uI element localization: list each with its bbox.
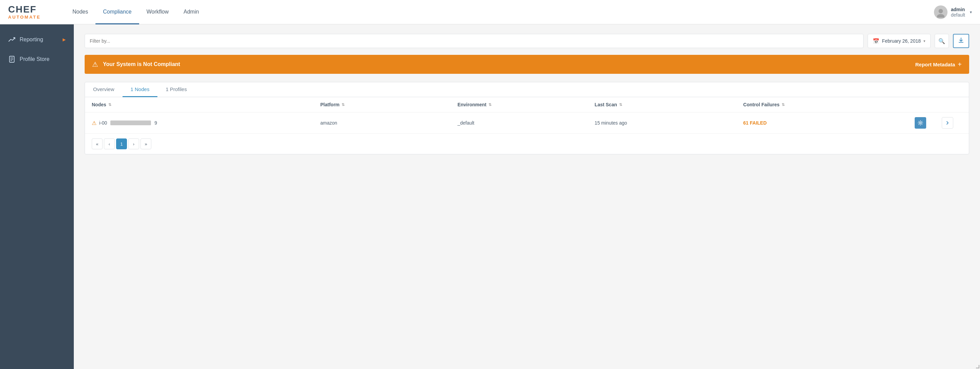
search-button[interactable]: 🔍 — [935, 34, 949, 48]
user-menu[interactable]: admin default ▾ — [934, 5, 972, 19]
arrow-right-icon: ▶ — [63, 37, 66, 42]
app-body: Reporting ▶ Profile Store 📅 F — [0, 24, 980, 369]
pagination: « ‹ 1 › » — [85, 134, 969, 154]
cell-arrow — [942, 117, 962, 129]
sidebar-label-profilestore: Profile Store — [20, 56, 49, 62]
sidebar: Reporting ▶ Profile Store — [0, 24, 74, 369]
username: admin — [951, 7, 965, 12]
col-actions2 — [942, 102, 962, 107]
download-button[interactable] — [953, 34, 969, 48]
cell-node-name: ⚠ i-00 9 — [92, 120, 320, 126]
tab-1-nodes[interactable]: 1 Nodes — [123, 82, 158, 97]
tab-overview[interactable]: Overview — [85, 82, 123, 97]
node-name-redacted — [110, 121, 151, 125]
filter-input-wrap[interactable] — [84, 34, 864, 48]
nav-link-nodes[interactable]: Nodes — [65, 0, 95, 24]
pagination-last[interactable]: » — [140, 138, 151, 149]
filter-bar: 📅 February 26, 2018 ▾ 🔍 — [84, 34, 969, 48]
date-label: February 26, 2018 — [882, 38, 921, 44]
node-name-suffix: 9 — [154, 120, 157, 126]
main-content: 📅 February 26, 2018 ▾ 🔍 ⚠ Your System is… — [74, 24, 980, 369]
nav-link-workflow[interactable]: Workflow — [139, 0, 177, 24]
tenant: default — [951, 12, 965, 17]
cell-platform: amazon — [320, 120, 457, 126]
sidebar-item-profilestore[interactable]: Profile Store — [0, 49, 74, 69]
sidebar-label-reporting: Reporting — [20, 37, 43, 43]
svg-point-1 — [937, 14, 945, 17]
table-container: Overview1 Nodes1 Profiles Nodes ⇅ Platfo… — [84, 82, 969, 154]
col-platform: Platform ⇅ — [320, 102, 457, 107]
sidebar-item-reporting[interactable]: Reporting ▶ — [0, 30, 74, 49]
calendar-icon: 📅 — [873, 38, 880, 45]
row-gear-button[interactable] — [915, 117, 926, 129]
sort-nodes-icon[interactable]: ⇅ — [108, 103, 111, 106]
tabs: Overview1 Nodes1 Profiles — [85, 82, 969, 97]
pagination-next[interactable]: › — [128, 138, 139, 149]
report-metadata-label: Report Metadata — [915, 62, 955, 67]
cell-gear — [915, 117, 942, 129]
sort-lastscan-icon[interactable]: ⇅ — [619, 103, 622, 106]
svg-point-6 — [920, 122, 921, 124]
search-icon: 🔍 — [939, 38, 945, 45]
logo-automate: AUTOMATE — [8, 15, 49, 19]
cell-lastscan: 15 minutes ago — [595, 120, 743, 126]
table-header: Nodes ⇅ Platform ⇅ Environment ⇅ Last Sc… — [85, 97, 969, 112]
pagination-prev[interactable]: ‹ — [104, 138, 115, 149]
report-metadata-button[interactable]: Report Metadata + — [915, 60, 962, 68]
logo-chef: CHEF — [8, 5, 49, 14]
row-warning-icon: ⚠ — [92, 120, 97, 126]
col-actions1 — [915, 102, 942, 107]
sort-environment-icon[interactable]: ⇅ — [488, 103, 492, 106]
warning-triangle-icon: ⚠ — [92, 60, 98, 68]
cell-controlfailures: 61 FAILED — [743, 120, 915, 126]
svg-point-0 — [939, 9, 943, 13]
failed-count: 61 FAILED — [743, 120, 767, 126]
doc-icon — [8, 56, 16, 63]
date-caret-icon: ▾ — [923, 39, 926, 43]
pagination-first[interactable]: « — [92, 138, 103, 149]
col-environment: Environment ⇅ — [457, 102, 595, 107]
nav-link-admin[interactable]: Admin — [176, 0, 206, 24]
chevron-down-icon: ▾ — [970, 10, 972, 14]
logo: CHEF AUTOMATE — [8, 5, 49, 19]
sort-platform-icon[interactable]: ⇅ — [342, 103, 345, 106]
nav-link-compliance[interactable]: Compliance — [95, 0, 139, 24]
date-picker-button[interactable]: 📅 February 26, 2018 ▾ — [868, 34, 931, 48]
avatar — [934, 5, 948, 19]
cell-environment: _default — [457, 120, 595, 126]
user-info: admin default — [951, 7, 965, 17]
col-lastscan: Last Scan ⇅ — [595, 102, 743, 107]
col-nodes: Nodes ⇅ — [92, 102, 320, 107]
chart-icon — [8, 36, 16, 43]
sort-controlfailures-icon[interactable]: ⇅ — [782, 103, 785, 106]
pagination-page-1[interactable]: 1 — [116, 138, 127, 149]
table-row: ⚠ i-00 9 amazon _default 15 minutes ago … — [85, 112, 969, 134]
plus-icon: + — [958, 60, 962, 68]
node-name-prefix: i-00 — [99, 120, 107, 126]
col-controlfailures: Control Failures ⇅ — [743, 102, 915, 107]
tab-1-profiles[interactable]: 1 Profiles — [158, 82, 195, 97]
filter-input[interactable] — [90, 38, 859, 44]
main-nav: NodesComplianceWorkflowAdmin — [65, 0, 207, 24]
download-icon — [958, 37, 964, 45]
compliance-banner: ⚠ Your System is Not Compliant Report Me… — [84, 55, 969, 74]
top-nav: CHEF AUTOMATE NodesComplianceWorkflowAdm… — [0, 0, 980, 24]
banner-text: Your System is Not Compliant — [103, 61, 180, 67]
row-detail-button[interactable] — [942, 117, 953, 129]
row-action-group — [915, 117, 926, 129]
